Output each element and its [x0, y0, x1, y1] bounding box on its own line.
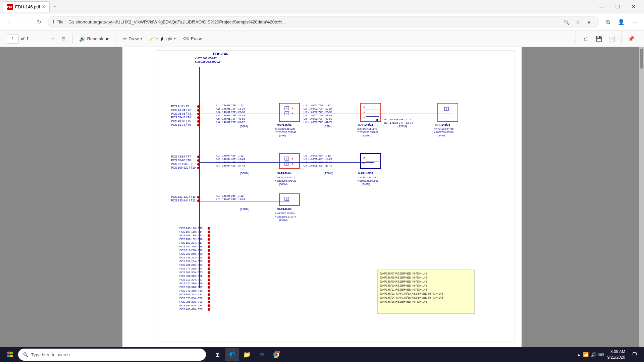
svg-text:POS 133-144 / T12: POS 133-144 / T12	[171, 199, 196, 202]
system-clock[interactable]: 8:09 AM 9/21/2020	[607, 349, 625, 360]
svg-text:U4 - 146/01 72F - 37-48: U4 - 146/01 72F - 37-48	[216, 114, 245, 117]
read-aloud-button[interactable]: 🔊 Read aloud	[76, 33, 112, 45]
forward-button[interactable]: →	[18, 16, 30, 28]
pdf-scroll-thumb[interactable]	[640, 49, 643, 69]
search-bar[interactable]: 🔍 Type here to search	[18, 349, 206, 361]
save-as-button[interactable]: 📑	[606, 33, 618, 45]
info-icon: ℹ	[53, 19, 54, 24]
more-options-icon[interactable]: ⋯	[629, 16, 641, 28]
svg-text:NAP146/02: NAP146/02	[358, 123, 373, 126]
svg-point-139	[208, 231, 210, 233]
save-button[interactable]: 💾	[593, 33, 605, 45]
svg-text:NAP146/06: NAP146/06	[277, 207, 291, 211]
svg-text:NAP146/12, NAP146/13  RESERVED: NAP146/12, NAP146/13 RESERVED IN FDH-146	[380, 292, 443, 295]
highlight-button[interactable]: 🖊 Highlight ▾	[147, 33, 179, 45]
chevron-up-icon[interactable]: ▲	[577, 352, 581, 357]
svg-point-142	[208, 242, 210, 244]
file-explorer-app[interactable]: 📁	[240, 348, 254, 361]
svg-point-138	[208, 227, 210, 230]
pdf-scroll-bar[interactable]	[639, 47, 644, 347]
page-total: 1	[26, 36, 29, 41]
pin-button[interactable]: 📌	[625, 33, 637, 45]
draw-button[interactable]: ✏ Draw ▾	[120, 33, 145, 45]
back-button[interactable]: ←	[3, 16, 15, 28]
svg-point-48	[376, 119, 378, 121]
svg-text:POS 109-120 / T10: POS 109-120 / T10	[171, 166, 196, 169]
svg-text:Y:2692826.668021: Y:2692826.668021	[357, 179, 378, 182]
edge-browser-app[interactable]	[225, 348, 239, 361]
keyboard-icon[interactable]: ⌨	[598, 352, 604, 357]
svg-text:POS 397-408 / T34: POS 397-408 / T34	[179, 304, 203, 307]
svg-text:II: II	[286, 198, 287, 200]
active-tab[interactable]: PDF FDH-146.pdf ✕	[3, 1, 50, 12]
start-button[interactable]	[3, 348, 17, 361]
svg-text:II: II	[446, 108, 447, 110]
search-icon[interactable]: 🔍	[561, 17, 571, 27]
svg-point-150	[208, 271, 210, 274]
svg-point-145	[208, 253, 210, 255]
highlight-label: Highlight	[156, 36, 173, 41]
zoom-out-button[interactable]: —	[37, 33, 47, 45]
address-input[interactable]: ℹ File | G:/.shortcut-targets-by-id/1LHX…	[48, 16, 599, 28]
page-number-input[interactable]	[7, 34, 19, 44]
svg-text:(740M): (740M)	[362, 183, 370, 186]
svg-text:(218M): (218M)	[240, 207, 250, 211]
network-icon[interactable]: 📶	[583, 352, 589, 357]
profile-icon[interactable]: 👤	[615, 16, 627, 28]
zoom-in-button[interactable]: +	[49, 33, 57, 45]
svg-point-143	[208, 245, 210, 248]
svg-text:POS 253-264 / T22: POS 253-264 / T22	[179, 260, 203, 263]
highlight-icon: 🖊	[150, 36, 154, 41]
svg-text:POS 169-180 / T15: POS 169-180 / T15	[179, 234, 203, 237]
collections-icon[interactable]: ⧉	[602, 16, 614, 28]
svg-text:NAP146/10  RESERVED IN FDH-146: NAP146/10 RESERVED IN FDH-146	[380, 284, 427, 287]
svg-text:NAP146/07  RESERVED IN FDH-146: NAP146/07 RESERVED IN FDH-146	[380, 272, 427, 275]
svg-point-71	[197, 167, 200, 169]
minimize-button[interactable]: —	[594, 1, 609, 12]
close-window-button[interactable]: ✕	[626, 1, 641, 12]
svg-text:Y:2692904.798423: Y:2692904.798423	[275, 179, 296, 182]
svg-text:U3 - 146/05 48F - 25-36: U3 - 146/05 48F - 25-36	[304, 161, 332, 164]
tab-close-btn[interactable]: ✕	[42, 4, 45, 9]
svg-point-16	[197, 120, 200, 123]
task-view-button[interactable]: ⊞	[211, 348, 224, 361]
erase-button[interactable]: ⌫ Erase	[180, 33, 205, 45]
title-bar: PDF FDH-146.pdf ✕ + — ❐ ✕	[0, 0, 644, 13]
svg-point-70	[197, 163, 200, 166]
chrome-app[interactable]	[270, 348, 283, 361]
divider-1	[33, 34, 33, 44]
favorites-icon[interactable]: ★	[584, 17, 594, 27]
svg-point-147	[208, 260, 210, 263]
mail-app[interactable]: ✉	[255, 348, 268, 361]
file-explorer-icon: 📁	[243, 351, 251, 358]
new-tab-button[interactable]: +	[51, 2, 59, 11]
svg-text:POS 373-384 / T32: POS 373-384 / T32	[179, 297, 203, 300]
clock-date: 9/21/2020	[607, 355, 625, 360]
maximize-button[interactable]: ❐	[610, 1, 625, 12]
svg-text:(116M): (116M)	[362, 134, 370, 137]
svg-point-144	[208, 249, 210, 252]
svg-text:(560M): (560M)	[240, 172, 250, 175]
tab-title: FDH-146.pdf	[15, 4, 40, 9]
svg-point-160	[208, 308, 210, 311]
svg-text:POS 301-312 / T26: POS 301-312 / T26	[179, 275, 203, 278]
svg-point-151	[208, 275, 210, 278]
svg-rect-171	[7, 352, 10, 354]
svg-text:POS 73-84 / T7: POS 73-84 / T7	[171, 155, 191, 158]
diagram-title: FDH-146	[213, 52, 228, 56]
highlight-chevron: ▾	[174, 37, 176, 41]
bookmark-icon[interactable]: ☆	[573, 17, 583, 27]
svg-rect-174	[10, 355, 13, 357]
fit-page-button[interactable]: ⊡	[59, 33, 68, 45]
plus-icon: +	[52, 36, 54, 41]
notification-button[interactable]: 🗨	[629, 348, 641, 361]
print-button[interactable]: 🖨	[579, 33, 591, 45]
pdf-page: FDH-146 X:473367.85947 Y:2692895.889902 …	[122, 47, 522, 347]
volume-icon[interactable]: 🔊	[591, 352, 596, 357]
svg-text:NAP146/05: NAP146/05	[358, 172, 373, 175]
refresh-button[interactable]: ↻	[33, 16, 45, 28]
minus-icon: —	[40, 36, 44, 41]
url-text: G:/.shortcut-targets-by-id/1LHX2_VlkWRVk…	[68, 19, 559, 24]
svg-text:U6 - 146/02 72F - 61-72: U6 - 146/02 72F - 61-72	[304, 121, 332, 124]
mail-icon: ✉	[260, 352, 264, 358]
